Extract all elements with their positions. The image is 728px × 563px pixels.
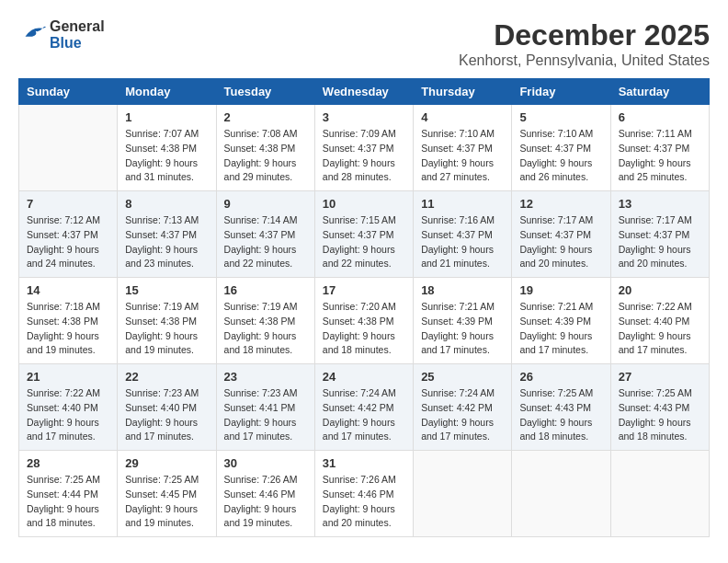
day-number-24: 24 <box>323 370 405 384</box>
day-number-29: 29 <box>125 456 208 470</box>
calendar-cell-w2-d7: 13Sunrise: 7:17 AMSunset: 4:37 PMDayligh… <box>610 191 709 278</box>
day-info-14: Sunrise: 7:18 AMSunset: 4:38 PMDaylight:… <box>27 300 109 358</box>
day-number-27: 27 <box>619 370 701 384</box>
day-info-12: Sunrise: 7:17 AMSunset: 4:37 PMDaylight:… <box>519 213 602 271</box>
day-info-7: Sunrise: 7:12 AMSunset: 4:37 PMDaylight:… <box>27 213 109 271</box>
day-info-28: Sunrise: 7:25 AMSunset: 4:44 PMDaylight:… <box>27 473 109 531</box>
header-sunday: Sunday <box>19 79 118 105</box>
day-number-30: 30 <box>224 456 307 470</box>
day-number-11: 11 <box>421 197 504 211</box>
header-monday: Monday <box>118 79 216 105</box>
calendar-header-row: SundayMondayTuesdayWednesdayThursdayFrid… <box>19 79 710 105</box>
day-info-6: Sunrise: 7:11 AMSunset: 4:37 PMDaylight:… <box>619 127 701 185</box>
day-number-8: 8 <box>125 197 208 211</box>
day-number-16: 16 <box>224 283 307 297</box>
calendar-cell-w3-d7: 20Sunrise: 7:22 AMSunset: 4:40 PMDayligh… <box>610 278 709 364</box>
calendar-week-1: 1Sunrise: 7:07 AMSunset: 4:38 PMDaylight… <box>19 105 710 191</box>
day-info-13: Sunrise: 7:17 AMSunset: 4:37 PMDaylight:… <box>619 213 701 271</box>
logo-general: General <box>50 18 105 35</box>
calendar-cell-w4-d7: 27Sunrise: 7:25 AMSunset: 4:43 PMDayligh… <box>610 364 709 451</box>
header-tuesday: Tuesday <box>216 79 314 105</box>
day-number-14: 14 <box>27 283 109 297</box>
calendar-cell-w1-d5: 4Sunrise: 7:10 AMSunset: 4:37 PMDaylight… <box>414 105 512 191</box>
day-number-15: 15 <box>125 283 208 297</box>
day-number-3: 3 <box>323 110 405 124</box>
day-info-2: Sunrise: 7:08 AMSunset: 4:38 PMDaylight:… <box>224 127 307 185</box>
day-number-25: 25 <box>421 370 504 384</box>
calendar-cell-w3-d3: 16Sunrise: 7:19 AMSunset: 4:38 PMDayligh… <box>216 278 314 364</box>
day-number-17: 17 <box>323 283 405 297</box>
header-saturday: Saturday <box>610 79 709 105</box>
day-number-19: 19 <box>519 283 602 297</box>
calendar-cell-w4-d6: 26Sunrise: 7:25 AMSunset: 4:43 PMDayligh… <box>512 364 610 451</box>
calendar-cell-w5-d7 <box>610 451 709 537</box>
calendar-cell-w5-d6 <box>512 451 610 537</box>
calendar-cell-w1-d6: 5Sunrise: 7:10 AMSunset: 4:37 PMDaylight… <box>512 105 610 191</box>
day-info-17: Sunrise: 7:20 AMSunset: 4:38 PMDaylight:… <box>323 300 405 358</box>
day-info-30: Sunrise: 7:26 AMSunset: 4:46 PMDaylight:… <box>224 473 307 531</box>
calendar-table: SundayMondayTuesdayWednesdayThursdayFrid… <box>18 78 710 537</box>
page-header: General Blue December 2025 Kenhorst, Pen… <box>18 18 710 69</box>
day-info-10: Sunrise: 7:15 AMSunset: 4:37 PMDaylight:… <box>323 213 405 271</box>
title-section: December 2025 Kenhorst, Pennsylvania, Un… <box>459 18 710 69</box>
logo-blue: Blue <box>50 35 105 52</box>
calendar-cell-w1-d2: 1Sunrise: 7:07 AMSunset: 4:38 PMDaylight… <box>118 105 216 191</box>
day-number-6: 6 <box>619 110 701 124</box>
day-number-20: 20 <box>619 283 701 297</box>
day-info-9: Sunrise: 7:14 AMSunset: 4:37 PMDaylight:… <box>224 213 307 271</box>
day-info-20: Sunrise: 7:22 AMSunset: 4:40 PMDaylight:… <box>619 300 701 358</box>
calendar-cell-w4-d3: 23Sunrise: 7:23 AMSunset: 4:41 PMDayligh… <box>216 364 314 451</box>
calendar-cell-w5-d5 <box>414 451 512 537</box>
calendar-cell-w4-d2: 22Sunrise: 7:23 AMSunset: 4:40 PMDayligh… <box>118 364 216 451</box>
calendar-cell-w1-d1 <box>19 105 118 191</box>
calendar-cell-w2-d5: 11Sunrise: 7:16 AMSunset: 4:37 PMDayligh… <box>414 191 512 278</box>
calendar-cell-w1-d7: 6Sunrise: 7:11 AMSunset: 4:37 PMDaylight… <box>610 105 709 191</box>
calendar-cell-w5-d2: 29Sunrise: 7:25 AMSunset: 4:45 PMDayligh… <box>118 451 216 537</box>
logo: General Blue <box>18 18 105 51</box>
day-info-8: Sunrise: 7:13 AMSunset: 4:37 PMDaylight:… <box>125 213 208 271</box>
day-info-27: Sunrise: 7:25 AMSunset: 4:43 PMDaylight:… <box>619 386 701 444</box>
calendar-cell-w3-d1: 14Sunrise: 7:18 AMSunset: 4:38 PMDayligh… <box>19 278 118 364</box>
calendar-cell-w2-d3: 9Sunrise: 7:14 AMSunset: 4:37 PMDaylight… <box>216 191 314 278</box>
day-info-4: Sunrise: 7:10 AMSunset: 4:37 PMDaylight:… <box>421 127 504 185</box>
day-info-3: Sunrise: 7:09 AMSunset: 4:37 PMDaylight:… <box>323 127 405 185</box>
day-info-25: Sunrise: 7:24 AMSunset: 4:42 PMDaylight:… <box>421 386 504 444</box>
day-info-18: Sunrise: 7:21 AMSunset: 4:39 PMDaylight:… <box>421 300 504 358</box>
header-thursday: Thursday <box>414 79 512 105</box>
calendar-cell-w2-d4: 10Sunrise: 7:15 AMSunset: 4:37 PMDayligh… <box>314 191 413 278</box>
day-number-31: 31 <box>323 456 405 470</box>
day-number-12: 12 <box>519 197 602 211</box>
calendar-cell-w5-d4: 31Sunrise: 7:26 AMSunset: 4:46 PMDayligh… <box>314 451 413 537</box>
calendar-cell-w3-d2: 15Sunrise: 7:19 AMSunset: 4:38 PMDayligh… <box>118 278 216 364</box>
day-number-28: 28 <box>27 456 109 470</box>
calendar-cell-w5-d1: 28Sunrise: 7:25 AMSunset: 4:44 PMDayligh… <box>19 451 118 537</box>
day-number-5: 5 <box>519 110 602 124</box>
day-number-10: 10 <box>323 197 405 211</box>
calendar-cell-w2-d1: 7Sunrise: 7:12 AMSunset: 4:37 PMDaylight… <box>19 191 118 278</box>
day-number-1: 1 <box>125 110 208 124</box>
day-number-18: 18 <box>421 283 504 297</box>
calendar-week-3: 14Sunrise: 7:18 AMSunset: 4:38 PMDayligh… <box>19 278 710 364</box>
day-info-15: Sunrise: 7:19 AMSunset: 4:38 PMDaylight:… <box>125 300 208 358</box>
calendar-cell-w3-d5: 18Sunrise: 7:21 AMSunset: 4:39 PMDayligh… <box>414 278 512 364</box>
header-wednesday: Wednesday <box>314 79 413 105</box>
location-title: Kenhorst, Pennsylvania, United States <box>459 52 710 69</box>
calendar-cell-w5-d3: 30Sunrise: 7:26 AMSunset: 4:46 PMDayligh… <box>216 451 314 537</box>
day-info-26: Sunrise: 7:25 AMSunset: 4:43 PMDaylight:… <box>519 386 602 444</box>
day-number-4: 4 <box>421 110 504 124</box>
calendar-cell-w3-d6: 19Sunrise: 7:21 AMSunset: 4:39 PMDayligh… <box>512 278 610 364</box>
calendar-week-4: 21Sunrise: 7:22 AMSunset: 4:40 PMDayligh… <box>19 364 710 451</box>
day-info-11: Sunrise: 7:16 AMSunset: 4:37 PMDaylight:… <box>421 213 504 271</box>
day-number-9: 9 <box>224 197 307 211</box>
calendar-week-5: 28Sunrise: 7:25 AMSunset: 4:44 PMDayligh… <box>19 451 710 537</box>
day-info-31: Sunrise: 7:26 AMSunset: 4:46 PMDaylight:… <box>323 473 405 531</box>
header-friday: Friday <box>512 79 610 105</box>
day-info-16: Sunrise: 7:19 AMSunset: 4:38 PMDaylight:… <box>224 300 307 358</box>
calendar-cell-w4-d1: 21Sunrise: 7:22 AMSunset: 4:40 PMDayligh… <box>19 364 118 451</box>
calendar-cell-w2-d6: 12Sunrise: 7:17 AMSunset: 4:37 PMDayligh… <box>512 191 610 278</box>
day-info-24: Sunrise: 7:24 AMSunset: 4:42 PMDaylight:… <box>323 386 405 444</box>
day-number-7: 7 <box>27 197 109 211</box>
day-info-21: Sunrise: 7:22 AMSunset: 4:40 PMDaylight:… <box>27 386 109 444</box>
logo-bird-icon <box>18 22 46 44</box>
calendar-cell-w4-d4: 24Sunrise: 7:24 AMSunset: 4:42 PMDayligh… <box>314 364 413 451</box>
